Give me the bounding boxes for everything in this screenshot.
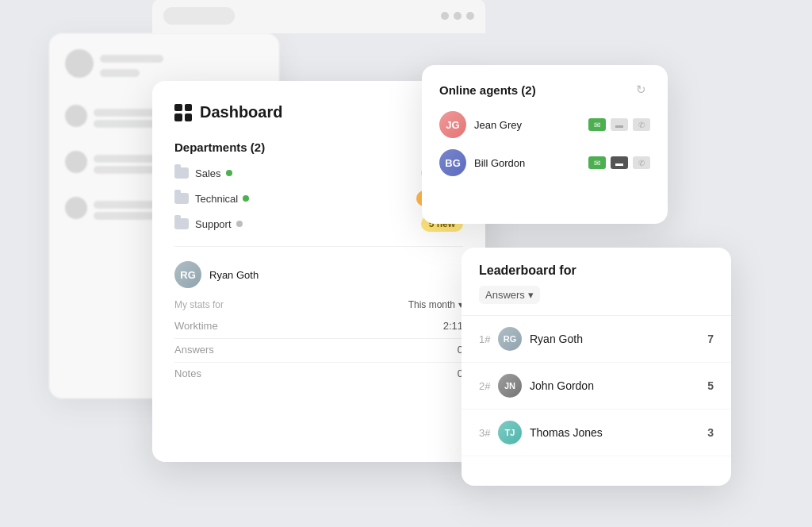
agent-row-jean-grey: JG Jean Grey ✉ ▬ ✆: [439, 111, 650, 138]
notes-label: Notes: [174, 367, 201, 379]
leaderboard-row-1: 1# RG Ryan Goth 7: [462, 316, 731, 363]
stats-row-answers: Answers 0: [174, 344, 463, 356]
online-agents-title: Online agents (2): [439, 83, 536, 97]
chat-icon-jean[interactable]: ✉: [588, 118, 606, 131]
leaderboard-score-thomas: 3: [707, 426, 714, 439]
browser-dot-3: [466, 12, 474, 20]
my-stats-agent-name: Ryan Goth: [209, 269, 463, 281]
leaderboard-score-john: 5: [707, 379, 714, 392]
avatar-leaderboard-thomas: TJ: [498, 421, 522, 444]
dept-name-technical: Technical: [195, 193, 416, 205]
departments-title: Departments (2): [174, 140, 463, 154]
dept-name-support: Support: [195, 218, 421, 230]
leaderboard-filter-dropdown[interactable]: Answers ▾: [479, 286, 540, 304]
leaderboard-row-3: 3# TJ Thomas Jones 3: [462, 410, 731, 456]
leaderboard-header: Leaderboard for Answers ▾: [462, 248, 731, 316]
dept-row-technical[interactable]: Technical 1 open: [174, 190, 463, 206]
page-title: Dashboard: [200, 103, 282, 121]
dashboard-icon: [174, 104, 192, 121]
status-dot-sales: [226, 170, 232, 176]
block-icon-bill[interactable]: ▬: [611, 156, 628, 169]
avatar-leaderboard-john: JN: [498, 374, 522, 398]
worktime-value: 2:11: [443, 320, 463, 332]
bg-line-2: [100, 69, 140, 77]
agent-actions-jean-grey: ✉ ▬ ✆: [588, 118, 650, 131]
leaderboard-name-john: John Gordon: [530, 379, 707, 392]
avatar-leaderboard-ryan: RG: [498, 327, 522, 351]
my-stats-header: My stats for This month ▾: [174, 299, 463, 310]
bg-small-avatar-3: [65, 197, 87, 219]
bg-line-1: [100, 55, 163, 63]
leaderboard-name-thomas: Thomas Jones: [530, 426, 707, 439]
departments-section: Departments (2) Sales 8 new Technical 1 …: [174, 140, 463, 232]
folder-icon-support: [174, 218, 189, 229]
online-agents-card: Online agents (2) ↻ JG Jean Grey ✉ ▬ ✆ B…: [422, 65, 668, 224]
chat-icon-bill[interactable]: ✉: [588, 156, 606, 169]
avatar-bill-gordon: BG: [439, 149, 466, 176]
my-stats-section: RG Ryan Goth My stats for This month ▾ W…: [174, 261, 463, 379]
dept-row-support[interactable]: Support 5 new: [174, 216, 463, 232]
dept-name-sales: Sales: [195, 167, 421, 179]
answers-label: Answers: [174, 344, 214, 356]
dept-row-sales[interactable]: Sales 8 new: [174, 165, 463, 181]
agent-actions-bill-gordon: ✉ ▬ ✆: [588, 156, 650, 169]
bg-small-avatar-2: [65, 151, 87, 173]
browser-dot-1: [441, 12, 449, 20]
avatar-ryan-goth: RG: [174, 261, 201, 288]
stats-row-notes: Notes 0: [174, 367, 463, 379]
online-agents-header: Online agents (2) ↻: [439, 83, 650, 97]
block-icon-jean[interactable]: ▬: [611, 118, 628, 131]
leaderboard-score-ryan: 7: [707, 333, 714, 345]
stats-row-worktime: Worktime 2:11: [174, 320, 463, 332]
rank-1: 1#: [479, 333, 498, 345]
divider-stats-2: [174, 362, 463, 363]
leaderboard-name-ryan: Ryan Goth: [530, 333, 707, 345]
avatar-jean-grey: JG: [439, 111, 466, 138]
period-selector[interactable]: This month ▾: [408, 299, 463, 310]
divider-1: [174, 246, 463, 247]
leaderboard-title: Leaderboard for: [479, 264, 714, 278]
refresh-icon[interactable]: ↻: [636, 83, 650, 97]
folder-icon-technical: [174, 193, 189, 204]
rank-2: 2#: [479, 380, 498, 392]
dashboard-header: Dashboard: [174, 103, 463, 121]
phone-icon-jean[interactable]: ✆: [633, 118, 650, 131]
leaderboard-card: Leaderboard for Answers ▾ 1# RG Ryan Got…: [462, 248, 731, 486]
chevron-down-icon: ▾: [528, 289, 534, 301]
phone-icon-bill[interactable]: ✆: [633, 156, 650, 169]
folder-icon-sales: [174, 167, 189, 179]
bg-small-avatar-1: [65, 105, 87, 127]
agent-name-bill-gordon: Bill Gordon: [474, 157, 580, 169]
agent-row-bill-gordon: BG Bill Gordon ✉ ▬ ✆: [439, 149, 650, 176]
leaderboard-row-2: 2# JN John Gordon 5: [462, 363, 731, 410]
browser-search-bar: [163, 7, 235, 25]
my-stats-agent-row: RG Ryan Goth: [174, 261, 463, 288]
browser-dot-2: [454, 12, 462, 20]
browser-dots: [441, 12, 474, 20]
worktime-label: Worktime: [174, 320, 218, 332]
divider-stats-1: [174, 338, 463, 339]
status-dot-technical: [243, 195, 249, 202]
status-dot-support: [236, 221, 243, 227]
browser-bar: [152, 0, 485, 33]
my-stats-for-label: My stats for: [174, 299, 224, 310]
agent-name-jean-grey: Jean Grey: [474, 119, 580, 131]
bg-avatar-1: [65, 49, 94, 78]
rank-3: 3#: [479, 427, 498, 439]
